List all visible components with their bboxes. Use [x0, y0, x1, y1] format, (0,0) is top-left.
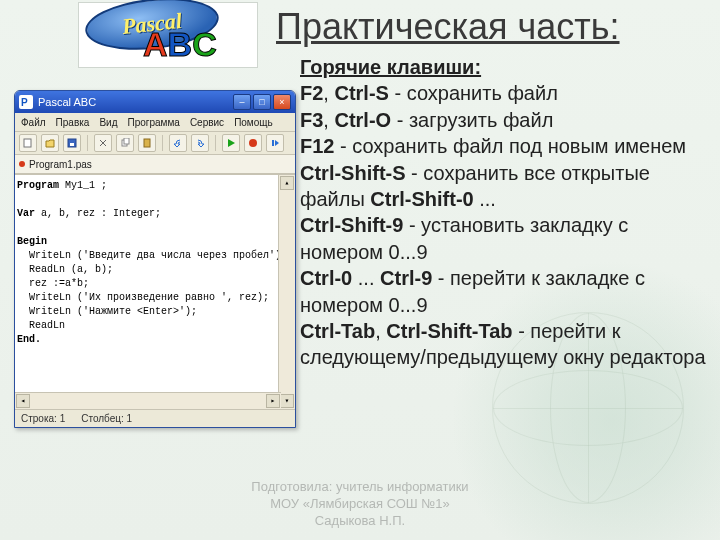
titlebar: P Pascal ABC – □ × [15, 91, 295, 113]
maximize-button[interactable]: □ [253, 94, 271, 110]
app-icon: P [19, 95, 33, 109]
status-bar: Строка: 1 Столбец: 1 [15, 409, 295, 426]
code-editor[interactable]: Program My1_1 ; Var a, b, rez : Integer;… [15, 174, 295, 409]
code-line [17, 193, 293, 207]
svg-rect-2 [24, 139, 31, 147]
svg-rect-9 [272, 140, 274, 146]
run-icon[interactable] [222, 134, 240, 152]
paste-icon[interactable] [138, 134, 156, 152]
status-col: Столбец: 1 [81, 413, 132, 424]
svg-rect-6 [124, 138, 129, 144]
step-icon[interactable] [266, 134, 284, 152]
page-title: Практическая часть: [276, 6, 620, 48]
code-line: WriteLn ('Введите два числа через пробел… [17, 249, 293, 263]
minimize-button[interactable]: – [233, 94, 251, 110]
tab-modified-dot-icon [19, 161, 25, 167]
hotkey-line: Ctrl-Tab, Ctrl-Shift-Tab - перейти к сле… [300, 318, 710, 371]
scroll-right-icon[interactable]: ▸ [266, 394, 280, 408]
hotkey-line: Ctrl-0 ... Ctrl-9 - перейти к закладке с… [300, 265, 710, 318]
code-line: WriteLn ('Нажмите <Enter>'); [17, 305, 293, 319]
hotkey-line: F2, Ctrl-S - сохранить файл [300, 80, 710, 106]
menu-item[interactable]: Вид [99, 117, 117, 128]
stop-icon[interactable] [244, 134, 262, 152]
code-line: End. [17, 333, 293, 347]
menu-item[interactable]: Помощь [234, 117, 273, 128]
menu-bar: Файл Правка Вид Программа Сервис Помощь [15, 113, 295, 132]
code-line: ReadLn [17, 319, 293, 333]
code-line: WriteLn ('Их произведение равно ', rez); [17, 291, 293, 305]
cut-icon[interactable] [94, 134, 112, 152]
code-line: Var a, b, rez : Integer; [17, 207, 293, 221]
scroll-up-icon[interactable]: ▴ [280, 176, 294, 190]
scroll-left-icon[interactable]: ◂ [16, 394, 30, 408]
svg-point-8 [249, 139, 257, 147]
scroll-down-icon[interactable]: ▾ [280, 394, 294, 408]
redo-icon[interactable] [191, 134, 209, 152]
window-controls: – □ × [233, 94, 291, 110]
pascal-abc-logo: Pascal ABC [78, 2, 258, 68]
open-file-icon[interactable] [41, 134, 59, 152]
vertical-scrollbar[interactable]: ▴ ▾ [278, 175, 295, 409]
menu-item[interactable]: Сервис [190, 117, 224, 128]
menu-item[interactable]: Файл [21, 117, 46, 128]
code-line: rez :=a*b; [17, 277, 293, 291]
titlebar-text: Pascal ABC [38, 96, 228, 108]
code-line: ReadLn (a, b); [17, 263, 293, 277]
menu-item[interactable]: Программа [127, 117, 179, 128]
svg-rect-4 [70, 143, 74, 146]
close-button[interactable]: × [273, 94, 291, 110]
hotkeys-header: Горячие клавиши: [300, 54, 710, 80]
undo-icon[interactable] [169, 134, 187, 152]
logo-abc-letters: ABC [143, 25, 217, 64]
hotkey-line: Ctrl-Shift-9 - установить закладку с ном… [300, 212, 710, 265]
svg-text:P: P [21, 97, 28, 108]
copy-icon[interactable] [116, 134, 134, 152]
code-line [17, 221, 293, 235]
code-line: Program My1_1 ; [17, 179, 293, 193]
hotkeys-block: Горячие клавиши: F2, Ctrl-S - сохранить … [300, 54, 710, 371]
editor-tab[interactable]: Program1.pas [29, 159, 92, 170]
hotkey-line: F3, Ctrl-O - загрузить файл [300, 107, 710, 133]
horizontal-scrollbar[interactable]: ◂ ▸ [15, 392, 281, 409]
status-row: Строка: 1 [21, 413, 65, 424]
hotkey-line: F12 - сохранить файл под новым именем [300, 133, 710, 159]
credit-footer: Подготовила: учитель информатики МОУ «Ля… [0, 479, 720, 530]
code-line: Begin [17, 235, 293, 249]
menu-item[interactable]: Правка [56, 117, 90, 128]
new-file-icon[interactable] [19, 134, 37, 152]
pascal-app-window: P Pascal ABC – □ × Файл Правка Вид Прогр… [14, 90, 296, 428]
hotkey-line: Ctrl-Shift-S - сохранить все открытые фа… [300, 160, 710, 213]
toolbar [15, 132, 295, 155]
svg-rect-7 [144, 139, 150, 147]
save-icon[interactable] [63, 134, 81, 152]
editor-tabs: Program1.pas [15, 155, 295, 174]
